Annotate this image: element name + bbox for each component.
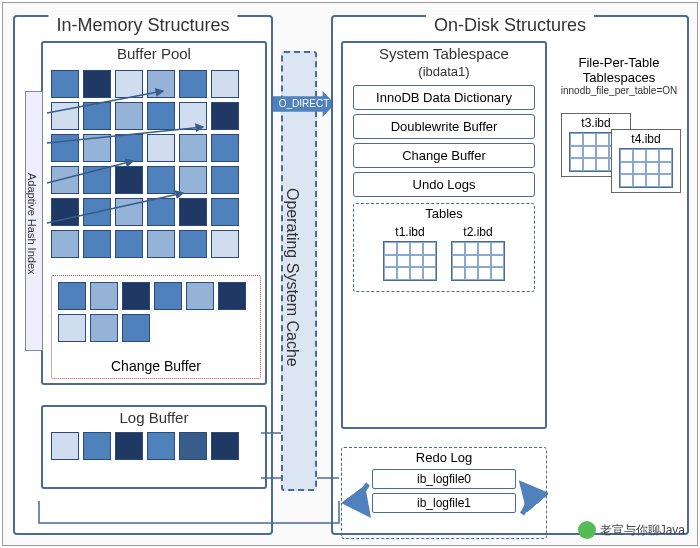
file-per-table-label: File-Per-Table Tablespaces innodb_file_p… bbox=[555, 55, 683, 96]
log-buffer-title: Log Buffer bbox=[43, 407, 265, 428]
undo-logs: Undo Logs bbox=[353, 172, 535, 197]
table-t2: t2.ibd bbox=[451, 225, 505, 283]
in-memory-panel: In-Memory Structures Buffer Pool Adaptiv… bbox=[13, 15, 273, 535]
on-disk-title: On-Disk Structures bbox=[426, 15, 594, 36]
change-buffer-label: Change Buffer bbox=[107, 358, 205, 374]
watermark-icon bbox=[578, 521, 596, 539]
adaptive-hash-index-label: Adaptive Hash Index bbox=[25, 91, 43, 351]
change-buffer-region: Change Buffer bbox=[51, 275, 261, 379]
system-tablespace-title: System Tablespace bbox=[343, 43, 545, 64]
buffer-pool-title: Buffer Pool bbox=[43, 43, 265, 64]
system-tablespace-subtitle: (ibdata1) bbox=[343, 62, 545, 81]
doublewrite-buffer: Doublewrite Buffer bbox=[353, 114, 535, 139]
table-t1: t1.ibd bbox=[383, 225, 437, 283]
change-buffer-disk: Change Buffer bbox=[353, 143, 535, 168]
buffer-pool-cells bbox=[43, 64, 265, 264]
tables-title: Tables bbox=[358, 206, 530, 221]
redo-log-panel: Redo Log ib_logfile0 ib_logfile1 bbox=[341, 447, 547, 539]
file-t4: t4.ibd bbox=[611, 129, 681, 193]
diagram-container: In-Memory Structures Buffer Pool Adaptiv… bbox=[2, 2, 698, 546]
redo-cycle-arrows bbox=[342, 448, 548, 540]
log-buffer-panel: Log Buffer bbox=[41, 405, 267, 489]
os-cache-panel: Operating System Cache bbox=[281, 51, 317, 491]
watermark: 老宣与你聊Java bbox=[578, 521, 685, 539]
buffer-pool-panel: Buffer Pool Adaptive Hash Index bbox=[41, 41, 267, 385]
innodb-data-dictionary: InnoDB Data Dictionary bbox=[353, 85, 535, 110]
system-tablespace-panel: System Tablespace (ibdata1) InnoDB Data … bbox=[341, 41, 547, 429]
tables-box: Tables t1.ibd t2.ibd bbox=[353, 203, 535, 292]
in-memory-title: In-Memory Structures bbox=[48, 15, 237, 36]
on-disk-panel: On-Disk Structures System Tablespace (ib… bbox=[331, 15, 689, 535]
